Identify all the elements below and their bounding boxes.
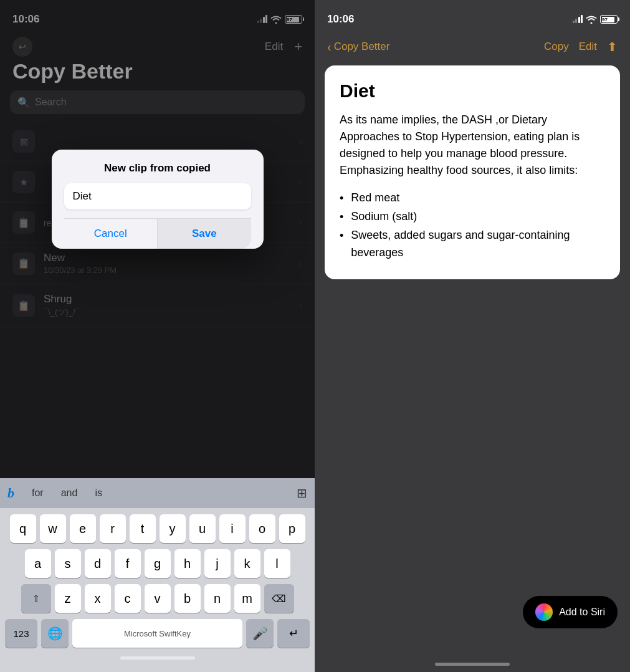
key-o[interactable]: o — [249, 514, 275, 543]
key-s[interactable]: s — [55, 549, 81, 578]
list-item-sweets: Sweets, added sugars and sugar-containin… — [340, 226, 605, 262]
list-item-red-meat: Red meat — [340, 189, 605, 208]
key-h[interactable]: h — [174, 549, 201, 578]
key-g[interactable]: g — [145, 549, 171, 578]
keyboard: b for and is ⊞ q w e r t y u i o p — [0, 478, 315, 672]
modal-input[interactable] — [64, 183, 251, 209]
content-list: Red meat Sodium (salt) Sweets, added sug… — [340, 189, 605, 262]
key-numbers[interactable]: 123 — [5, 619, 37, 648]
key-shift[interactable]: ⇧ — [21, 584, 51, 613]
key-z[interactable]: z — [55, 584, 81, 613]
key-n[interactable]: n — [204, 584, 231, 613]
kb-word-is[interactable]: is — [95, 487, 102, 499]
left-panel: 10:06 97 ↩ Edit — [0, 0, 315, 672]
key-delete[interactable]: ⌫ — [264, 584, 294, 613]
key-b[interactable]: b — [174, 584, 201, 613]
modal-title: New clip from copied — [64, 162, 251, 175]
key-k[interactable]: k — [234, 549, 260, 578]
modal-dialog: New clip from copied Cancel Save — [52, 150, 264, 249]
siri-label: Add to Siri — [559, 607, 605, 618]
status-icons-right: 97 — [573, 15, 618, 24]
microphone-icon[interactable]: 🎤 — [246, 619, 274, 648]
key-c[interactable]: c — [115, 584, 141, 613]
list-item-sodium: Sodium (salt) — [340, 208, 605, 226]
battery-icon-right: 97 — [600, 15, 618, 24]
home-indicator-left — [120, 656, 195, 660]
edit-button-right[interactable]: Edit — [579, 41, 597, 53]
save-button[interactable]: Save — [158, 219, 251, 249]
key-a[interactable]: a — [25, 549, 51, 578]
key-d[interactable]: d — [85, 549, 111, 578]
key-w[interactable]: w — [40, 514, 66, 543]
cancel-button[interactable]: Cancel — [64, 219, 158, 249]
nav-bar-right: ‹ Copy Better Copy Edit ⬆ — [315, 31, 630, 62]
signal-icon-right — [573, 16, 583, 23]
keyboard-toolbar: b for and is ⊞ — [0, 478, 315, 508]
keyboard-grid-icon[interactable]: ⊞ — [297, 486, 307, 501]
key-return[interactable]: ↵ — [277, 619, 310, 648]
key-x[interactable]: x — [85, 584, 111, 613]
bing-icon[interactable]: b — [7, 485, 14, 501]
right-panel: 10:06 97 ‹ Copy Better — [315, 0, 630, 672]
keyboard-row-bottom: 123 🌐 Microsoft SwiftKey 🎤 ↵ — [2, 619, 312, 648]
key-space[interactable]: Microsoft SwiftKey — [72, 619, 242, 648]
key-f[interactable]: f — [115, 549, 141, 578]
content-title: Diet — [340, 80, 605, 102]
kb-word-for[interactable]: for — [32, 487, 44, 499]
keyboard-row-2: a s d f g h j k l — [2, 549, 312, 578]
key-e[interactable]: e — [70, 514, 96, 543]
key-l[interactable]: l — [264, 549, 290, 578]
status-time-right: 10:06 — [327, 13, 354, 26]
keyboard-row-3: ⇧ z x c v b n m ⌫ — [2, 584, 312, 613]
key-r[interactable]: r — [100, 514, 126, 543]
status-bar-right: 10:06 97 — [315, 0, 630, 31]
siri-button[interactable]: Add to Siri — [523, 596, 618, 628]
keyboard-toolbar-left: b for and is — [7, 485, 102, 501]
key-i[interactable]: i — [219, 514, 246, 543]
wifi-icon-right — [586, 16, 597, 24]
key-j[interactable]: j — [204, 549, 231, 578]
modal-buttons: Cancel Save — [64, 218, 251, 249]
copy-button-right[interactable]: Copy — [544, 41, 569, 53]
key-m[interactable]: m — [234, 584, 260, 613]
content-card: Diet As its name implies, the DASH ,or D… — [325, 65, 620, 279]
content-body: As its name implies, the DASH ,or Dietar… — [340, 112, 605, 179]
back-button-right[interactable]: ‹ Copy Better — [327, 40, 389, 54]
nav-right-actions: Copy Edit ⬆ — [544, 39, 618, 54]
keyboard-rows: q w e r t y u i o p a s d f g h j k — [0, 508, 315, 651]
back-chevron-icon: ‹ — [327, 40, 332, 54]
siri-orb-icon — [535, 603, 553, 621]
key-y[interactable]: y — [160, 514, 186, 543]
keyboard-row-1: q w e r t y u i o p — [2, 514, 312, 543]
globe-icon[interactable]: 🌐 — [41, 619, 69, 648]
key-t[interactable]: t — [130, 514, 156, 543]
key-u[interactable]: u — [189, 514, 216, 543]
share-icon-right[interactable]: ⬆ — [607, 39, 618, 54]
key-p[interactable]: p — [279, 514, 305, 543]
kb-word-and[interactable]: and — [61, 487, 78, 499]
back-label-right: Copy Better — [334, 41, 390, 53]
home-indicator-right — [435, 663, 510, 666]
key-v[interactable]: v — [145, 584, 171, 613]
key-q[interactable]: q — [10, 514, 36, 543]
